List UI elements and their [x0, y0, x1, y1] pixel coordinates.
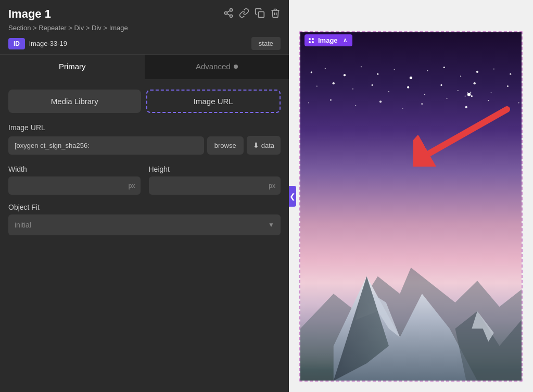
browse-button[interactable]: browse: [207, 136, 244, 155]
link-icon[interactable]: [239, 8, 249, 21]
width-group: Width px: [8, 165, 141, 195]
trash-icon[interactable]: [270, 8, 281, 21]
svg-point-28: [474, 82, 476, 84]
svg-point-35: [402, 108, 403, 109]
svg-point-26: [440, 84, 442, 86]
svg-point-0: [230, 8, 233, 11]
right-panel: ❮ Image ∧: [289, 0, 533, 392]
width-label: Width: [8, 165, 141, 173]
svg-point-10: [377, 73, 378, 75]
badge-label: Image: [318, 36, 338, 44]
canvas-area: Image ∧: [289, 0, 533, 392]
tabs-row: Primary Advanced: [0, 55, 289, 79]
image-element-badge[interactable]: Image ∧: [304, 34, 352, 46]
height-label: Height: [149, 165, 281, 173]
tab-dot: [234, 65, 238, 69]
image-url-button[interactable]: Image URL: [146, 90, 281, 113]
badge-dots-icon: [309, 38, 314, 43]
image-url-input[interactable]: [8, 136, 204, 155]
page-title: Image 1: [8, 7, 51, 21]
svg-point-8: [344, 74, 346, 76]
svg-point-19: [316, 85, 318, 86]
svg-line-3: [227, 14, 230, 15]
title-row: Image 1: [8, 7, 281, 21]
height-unit: px: [269, 182, 275, 189]
svg-point-24: [407, 86, 409, 88]
height-input-wrap: px: [149, 176, 281, 195]
svg-point-34: [379, 100, 382, 103]
svg-point-45: [471, 95, 473, 97]
id-badge: ID: [8, 38, 25, 49]
sky-background: [300, 32, 522, 381]
left-panel: Image 1: [0, 0, 289, 392]
breadcrumb: Section > Repeater > Div > Div > Image: [8, 24, 281, 32]
image-url-input-row: browse ⬇ data: [8, 136, 281, 155]
svg-point-21: [352, 88, 353, 90]
svg-point-7: [325, 68, 326, 69]
svg-line-4: [227, 10, 230, 12]
media-library-button[interactable]: Media Library: [8, 90, 141, 113]
height-group: Height px: [149, 165, 281, 195]
svg-point-6: [311, 71, 312, 73]
object-fit-wrap: initial cover contain fill none ▼: [8, 214, 281, 235]
svg-point-1: [225, 11, 227, 14]
svg-point-37: [447, 98, 448, 99]
svg-point-11: [394, 69, 395, 70]
svg-point-31: [308, 102, 309, 103]
header-icons: [223, 8, 281, 21]
svg-point-29: [491, 92, 492, 93]
height-input[interactable]: [149, 176, 281, 195]
copy-icon[interactable]: [255, 8, 265, 21]
svg-point-30: [507, 85, 509, 87]
red-arrow: [413, 104, 517, 169]
id-row: ID image-33-19 state: [8, 37, 281, 50]
svg-point-43: [467, 92, 468, 93]
id-value: image-33-19: [29, 40, 247, 47]
svg-point-13: [427, 70, 428, 71]
state-button[interactable]: state: [251, 37, 281, 50]
svg-point-42: [467, 93, 471, 96]
image-url-label: Image URL: [8, 123, 281, 132]
width-input-wrap: px: [8, 176, 141, 195]
width-unit: px: [129, 182, 135, 189]
svg-point-15: [460, 75, 461, 77]
dimension-row: Width px Height px: [8, 165, 281, 195]
svg-point-18: [510, 73, 511, 75]
object-fit-label: Object Fit: [8, 203, 281, 211]
width-input[interactable]: [8, 176, 141, 195]
svg-point-9: [361, 66, 362, 67]
share-icon[interactable]: [223, 8, 234, 21]
badge-chevron-icon: ∧: [343, 37, 347, 44]
mountain-silhouette: [300, 207, 522, 381]
svg-point-32: [330, 99, 332, 100]
object-fit-select[interactable]: initial cover contain fill none: [8, 214, 281, 235]
svg-point-12: [410, 77, 412, 79]
svg-point-22: [372, 84, 373, 86]
svg-point-44: [470, 92, 471, 93]
svg-line-54: [429, 109, 507, 154]
svg-point-46: [465, 96, 466, 97]
svg-point-17: [493, 69, 494, 70]
tab-advanced[interactable]: Advanced: [145, 55, 289, 79]
svg-point-25: [424, 94, 425, 95]
data-button[interactable]: ⬇ data: [247, 136, 281, 155]
svg-point-14: [443, 67, 445, 68]
svg-point-16: [476, 71, 478, 73]
svg-point-23: [388, 91, 389, 92]
tab-primary[interactable]: Primary: [0, 55, 145, 79]
svg-point-39: [488, 100, 489, 101]
svg-point-27: [458, 90, 459, 91]
panel-content: Media Library Image URL Image URL browse…: [0, 79, 289, 392]
source-btn-row: Media Library Image URL: [8, 90, 281, 113]
svg-rect-5: [259, 11, 264, 17]
svg-point-41: [518, 102, 519, 103]
data-icon: ⬇: [253, 141, 259, 149]
svg-point-20: [333, 82, 335, 84]
image-preview-container: [299, 31, 523, 382]
svg-point-2: [230, 15, 233, 17]
panel-header: Image 1: [0, 0, 289, 55]
svg-point-33: [355, 105, 356, 106]
